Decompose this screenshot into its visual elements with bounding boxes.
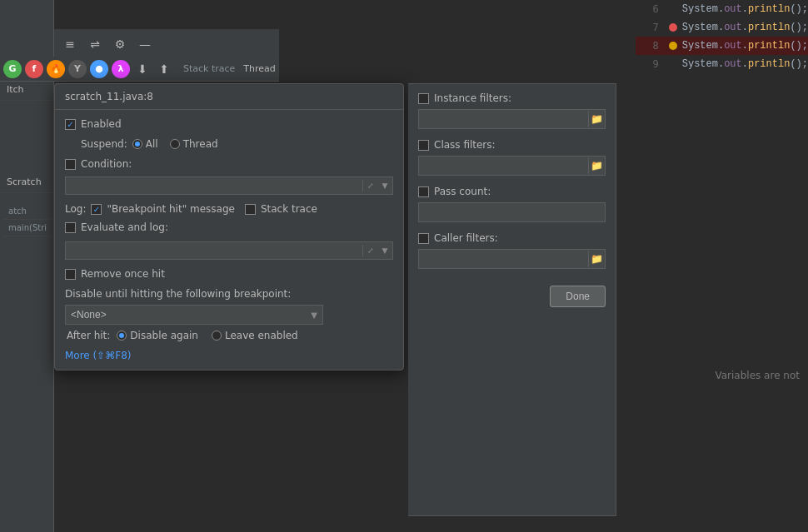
- none-dropdown[interactable]: <None>: [66, 306, 306, 324]
- all-radio[interactable]: [132, 139, 142, 149]
- enabled-label: Enabled: [81, 118, 122, 130]
- breakpoint-dialog: scratch_11.java:8 Enabled Suspend: All T…: [54, 83, 404, 370]
- leave-enabled-radio-wrapper[interactable]: Leave enabled: [212, 330, 298, 341]
- dialog-body: Enabled Suspend: All Thread Condition: ⤢…: [55, 110, 403, 370]
- evaluate-dropdown-icon[interactable]: ▼: [377, 246, 392, 255]
- condition-input-wrapper: ⤢ ▼: [65, 177, 393, 195]
- breakpoint-dot-yellow: [669, 42, 677, 50]
- stack-trace-panel-label: Stack trace: [183, 63, 235, 74]
- instance-filters-input-row: 📁: [418, 109, 606, 129]
- suspend-label: Suspend:: [81, 138, 127, 150]
- variables-note: Variables are not: [715, 370, 800, 381]
- code-line-6: 6 System.out.println();: [636, 0, 808, 18]
- evaluate-label: Evaluate and log:: [81, 221, 168, 233]
- evaluate-input[interactable]: [66, 242, 362, 259]
- pass-count-checkbox[interactable]: [418, 186, 429, 197]
- code-line-9: 9 System.out.println();: [636, 55, 808, 73]
- suspend-row: Suspend: All Thread: [65, 138, 393, 150]
- instance-filters-folder-icon[interactable]: 📁: [588, 111, 605, 127]
- thread-label: Thread: [183, 138, 218, 150]
- icon-bar: G f 🔥 Y ● λ ⬇ ⬆ Stack trace Thread: [0, 57, 279, 82]
- condition-dropdown-icon[interactable]: ▼: [377, 181, 392, 190]
- fire-icon[interactable]: 🔥: [47, 60, 65, 78]
- log-row: Log: "Breakpoint hit" message Stack trac…: [65, 203, 393, 215]
- filters-panel: Instance filters: 📁 Class filters: 📁 Pas…: [408, 83, 616, 516]
- thread-radio-wrapper[interactable]: Thread: [170, 138, 218, 150]
- class-filters-input[interactable]: [419, 158, 588, 173]
- sidebar-item-scratch[interactable]: Scratch: [0, 172, 53, 193]
- instance-filter-row: Instance filters:: [418, 92, 606, 104]
- toolbar-icon-swap[interactable]: ⇌: [86, 35, 104, 53]
- instance-filters-label: Instance filters:: [434, 92, 511, 104]
- enabled-checkbox[interactable]: [65, 119, 76, 130]
- main-toolbar: ≡ ⇌ ⚙ —: [54, 29, 279, 59]
- condition-input[interactable]: [66, 177, 362, 194]
- code-line-7: 7 System.out.println();: [636, 18, 808, 37]
- down-arrow-icon[interactable]: ⬇: [133, 60, 152, 78]
- caller-filter-row: Caller filters:: [418, 232, 606, 244]
- f-icon[interactable]: f: [25, 60, 43, 78]
- up-arrow-icon[interactable]: ⬆: [155, 60, 173, 78]
- class-filters-folder-icon[interactable]: 📁: [588, 157, 605, 174]
- instance-filters-checkbox[interactable]: [418, 93, 429, 104]
- disable-again-label: Disable again: [130, 330, 198, 341]
- breakpoint-hit-checkbox[interactable]: [91, 204, 102, 215]
- instance-filters-input[interactable]: [419, 112, 588, 127]
- disable-until-label-row: Disable until hitting the following brea…: [65, 288, 393, 300]
- class-filters-input-row: 📁: [418, 156, 606, 176]
- pass-count-input-row: [418, 202, 606, 222]
- pass-count-input[interactable]: [419, 205, 605, 220]
- disable-again-radio-wrapper[interactable]: Disable again: [117, 330, 198, 341]
- done-button[interactable]: Done: [550, 286, 606, 307]
- evaluate-input-wrapper: ⤢ ▼: [65, 241, 393, 260]
- class-filters-label: Class filters:: [434, 139, 496, 151]
- thread-panel-label: Thread: [243, 63, 275, 74]
- toolbar-icon-reformat[interactable]: ≡: [61, 35, 79, 53]
- class-filters-section: Class filters: 📁: [418, 139, 606, 176]
- disable-again-radio[interactable]: [117, 331, 127, 341]
- dialog-title: scratch_11.java:8: [55, 84, 403, 110]
- enabled-row: Enabled: [65, 118, 393, 130]
- evaluate-checkbox[interactable]: [65, 222, 76, 233]
- remove-once-row: Remove once hit: [65, 268, 393, 280]
- stack-trace-label: Stack trace: [261, 203, 317, 215]
- more-link[interactable]: More (⇧⌘F8): [65, 350, 132, 361]
- sidebar-item-itch[interactable]: Itch: [0, 79, 53, 101]
- after-hit-label: After hit:: [67, 330, 110, 341]
- none-dropdown-arrow: ▼: [306, 311, 322, 320]
- lambda-icon[interactable]: λ: [112, 60, 130, 78]
- toolbar-icon-settings[interactable]: ⚙: [111, 35, 129, 53]
- all-radio-wrapper[interactable]: All: [132, 138, 158, 150]
- caller-filters-input[interactable]: [419, 251, 588, 266]
- condition-expand-icon[interactable]: ⤢: [362, 180, 377, 191]
- circle-icon[interactable]: ●: [90, 60, 108, 78]
- condition-checkbox[interactable]: [65, 159, 76, 170]
- leave-enabled-radio[interactable]: [212, 331, 222, 341]
- remove-once-checkbox[interactable]: [65, 269, 76, 280]
- thread-radio[interactable]: [170, 139, 180, 149]
- class-filters-checkbox[interactable]: [418, 140, 429, 151]
- stack-trace-checkbox[interactable]: [245, 204, 256, 215]
- g-icon[interactable]: G: [3, 60, 22, 78]
- condition-label: Condition:: [81, 158, 132, 170]
- caller-filters-section: Caller filters: 📁: [418, 232, 606, 269]
- breakpoint-dot-red: [669, 23, 677, 32]
- frame-item-atch[interactable]: atch: [3, 203, 50, 220]
- after-hit-row: After hit: Disable again Leave enabled: [65, 330, 393, 341]
- pass-count-section: Pass count:: [418, 186, 606, 222]
- caller-filters-folder-icon[interactable]: 📁: [588, 251, 605, 267]
- frame-item-main[interactable]: main(Stri: [3, 220, 50, 236]
- y-icon[interactable]: Y: [68, 60, 87, 78]
- remove-once-label: Remove once hit: [81, 268, 165, 280]
- disable-until-label: Disable until hitting the following brea…: [65, 288, 291, 300]
- pass-count-label: Pass count:: [434, 186, 491, 197]
- instance-filters-section: Instance filters: 📁: [418, 92, 606, 129]
- none-dropdown-wrapper: <None> ▼: [65, 305, 323, 325]
- caller-filters-label: Caller filters:: [434, 232, 498, 244]
- evaluate-expand-icon[interactable]: ⤢: [362, 245, 377, 256]
- breakpoint-hit-label: "Breakpoint hit" message: [107, 203, 234, 215]
- done-area: Done: [418, 286, 606, 307]
- caller-filters-checkbox[interactable]: [418, 233, 429, 244]
- toolbar-icon-minimize[interactable]: —: [136, 35, 154, 53]
- condition-row: Condition:: [65, 158, 393, 170]
